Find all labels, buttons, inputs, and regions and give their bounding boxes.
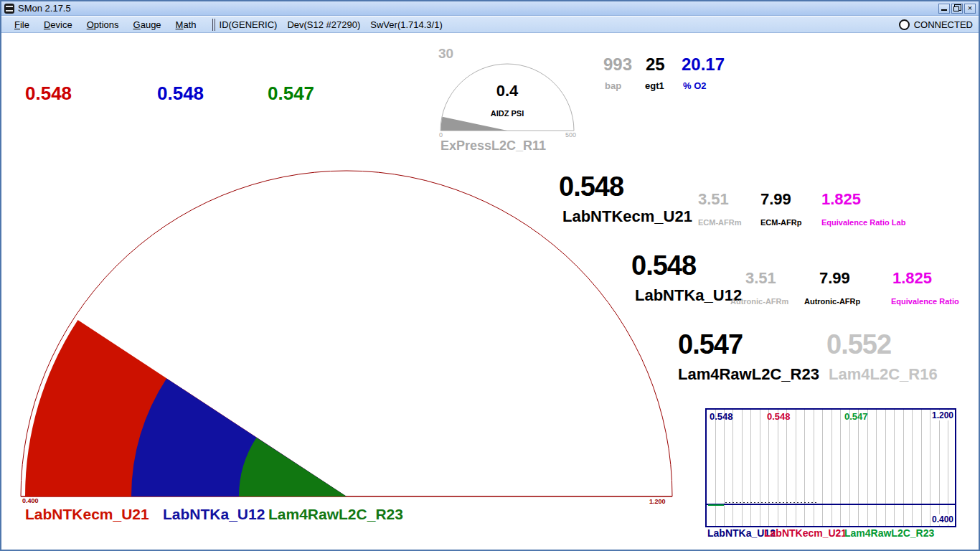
restore-icon (953, 6, 959, 11)
row2-sub2-value: 7.99 (819, 269, 850, 288)
row2-sub2-label: Autronic-AFRp (804, 297, 860, 306)
menu-gauge[interactable]: Gauge (126, 18, 169, 32)
row3-main-value: 0.547 (678, 329, 743, 360)
window-title: SMon 2.17.5 (18, 3, 71, 14)
app-icon (4, 4, 14, 14)
minimize-icon (941, 6, 947, 11)
menu-bar: File Device Options Gauge Math ID(GENERI… (1, 17, 979, 33)
title-bar: SMon 2.17.5 × (1, 1, 979, 16)
row3-main-label: Lam4RawL2C_R23 (678, 365, 819, 384)
row1-sub1-value: 3.51 (698, 190, 729, 209)
readout-topleft-red: 0.548 (25, 83, 72, 105)
row1-sub3-label: Equivalence Ratio Lab (821, 218, 905, 227)
row1-main-label: LabNTKecm_U21 (562, 207, 692, 226)
row1-main-value: 0.548 (559, 171, 623, 202)
big-gauge-legend-labntkecm: LabNTKecm_U21 (25, 506, 149, 523)
row2-sub3-label: Equivalence Ratio (891, 297, 959, 306)
trend-ymax: 1.200 (932, 410, 953, 420)
row1-sub1-label: ECM-AFRm (698, 218, 742, 227)
readout-o2-label: % O2 (683, 80, 707, 91)
row1-sub3-value: 1.825 (821, 190, 861, 209)
trend-ymin: 0.400 (932, 514, 953, 524)
readout-bap-value: 993 (603, 55, 632, 75)
big-gauge-wedge-lam4raw (239, 438, 347, 496)
trend-value-labntkecm: 0.548 (767, 411, 791, 422)
connection-indicator-icon (899, 19, 910, 30)
restore-button[interactable] (951, 4, 963, 14)
trend-value-lam4raw: 0.547 (844, 411, 868, 422)
app-window: SMon 2.17.5 × File Device Options Gauge … (0, 0, 980, 551)
big-gauge-max: 1.200 (649, 498, 666, 505)
row2-sub1-value: 3.51 (745, 269, 776, 288)
trend-trace (707, 504, 955, 505)
readout-o2-value: 20.17 (682, 55, 725, 75)
row1-sub2-label: ECM-AFRp (760, 218, 801, 227)
big-gauge-min: 0.400 (22, 497, 39, 504)
menu-separator (212, 19, 215, 31)
trend-legend-lam4raw: Lam4RawL2C_R23 (844, 527, 934, 539)
readout-bap-label: bap (605, 80, 621, 91)
device-id: ID(GENERIC) (220, 19, 278, 30)
trend-value-labntka: 0.548 (710, 411, 733, 422)
small-gauge-needle-wedge (441, 117, 508, 131)
big-gauge-legend-labntka: LabNTKa_U12 (163, 506, 265, 523)
row2-sub1-label: Autronic-AFRm (730, 297, 788, 306)
minimize-button[interactable] (938, 4, 950, 14)
menu-options[interactable]: Options (80, 18, 126, 32)
close-icon: × (968, 4, 972, 12)
readout-topleft-blue: 0.548 (157, 83, 204, 105)
device-serial: Dev(S12 #27290) (287, 19, 360, 30)
row2-main-value: 0.548 (631, 250, 696, 281)
small-gauge-peak: 30 (438, 46, 453, 62)
readout-egt1-label: egt1 (645, 80, 664, 91)
row3-secondary-label: Lam4L2C_R16 (829, 365, 938, 384)
software-version: SwVer(1.714.3/1) (370, 19, 442, 30)
connection-status: CONNECTED (914, 19, 973, 30)
menu-file[interactable]: File (7, 18, 37, 32)
trend-trace-noise (725, 502, 819, 503)
small-gauge-name: ExPressL2C_R11 (440, 138, 546, 154)
readout-topleft-green: 0.547 (268, 83, 314, 105)
menu-device[interactable]: Device (37, 18, 80, 32)
row1-sub2-value: 7.99 (760, 190, 791, 209)
trend-legend-labntkecm: LabNTKecm_U21 (764, 527, 847, 539)
row3-secondary-value: 0.552 (826, 329, 891, 360)
row2-sub3-value: 1.825 (892, 269, 932, 288)
readout-egt1-value: 25 (646, 55, 665, 75)
close-button[interactable]: × (964, 4, 976, 14)
row2-main-label: LabNTKa_U12 (635, 286, 742, 305)
small-gauge-min: 0 (439, 131, 443, 138)
dashboard: 0.548 0.548 0.547 30 0.4 AIDZ PSI 0 500 … (1, 33, 979, 550)
trend-chart: 0.548 0.548 0.547 1.200 0.400 (705, 408, 956, 527)
menu-math[interactable]: Math (169, 18, 204, 32)
small-gauge-value: 0.4 (435, 82, 579, 100)
big-gauge-legend-lam4raw: Lam4RawL2C_R23 (268, 506, 403, 523)
trend-trace-green (708, 504, 724, 506)
small-gauge-max: 500 (565, 131, 576, 138)
small-gauge-unit: AIDZ PSI (435, 109, 579, 118)
